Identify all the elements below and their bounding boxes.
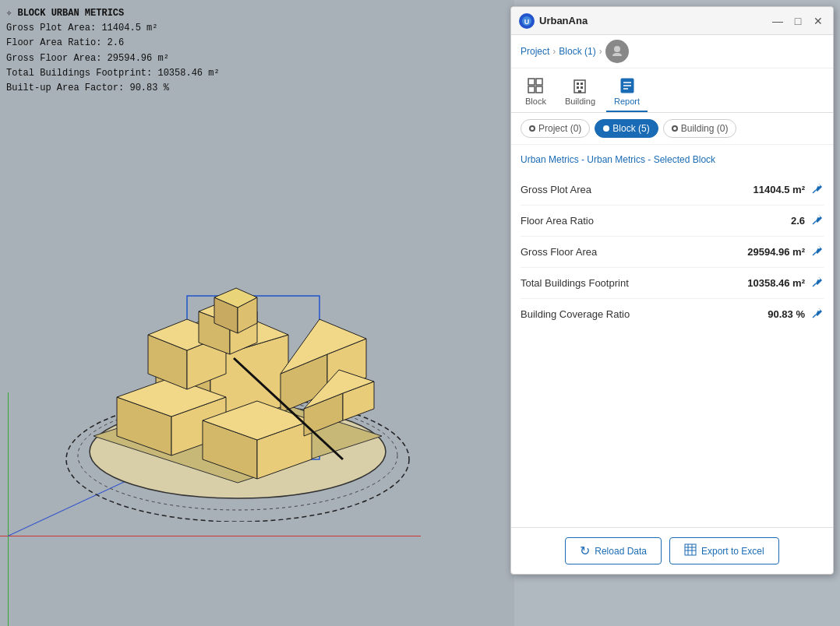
svg-rect-41 [581,86,583,89]
metric-label: Floor Area Ratio [521,215,594,227]
metric-row: Gross Floor Area29594.96 m² [521,237,824,268]
pin-icon[interactable] [811,244,824,259]
reload-data-button[interactable]: ↻ Reload Data [565,537,662,564]
svg-rect-36 [536,86,542,93]
user-avatar[interactable] [605,40,629,63]
metric-value: 11404.5 m² [754,184,806,195]
cad-title: ✧ BLOCK URBAN METRICS [6,6,220,21]
reload-label: Reload Data [595,546,647,557]
pin-icon[interactable] [811,276,824,290]
metric-right: 10358.46 m² [747,276,824,290]
metric-label: Total Buildings Footprint [521,277,629,289]
metric-row: Gross Plot Area11404.5 m² [521,174,824,206]
pin-icon[interactable] [811,307,824,322]
urban-metrics-panel: U UrbanAna — □ ✕ Project › Block (1) › B… [510,6,834,575]
radio-dot-project [529,125,535,132]
breadcrumb-project[interactable]: Project [521,46,549,57]
svg-point-47 [818,185,821,187]
reload-icon: ↻ [580,543,590,558]
metric-row: Building Coverage Ratio90.83 % [521,299,824,329]
tab-building[interactable]: Building [557,73,603,112]
breadcrumb-block[interactable]: Block (1) [559,46,595,57]
svg-rect-52 [685,544,696,555]
svg-point-32 [614,46,620,52]
axis-y-line [8,392,9,626]
tab-icons-row: Block Building Report [511,69,833,113]
building-tab-icon [570,76,589,95]
breadcrumb: Project › Block (1) › [511,35,833,69]
cad-metric-line: Gross Floor Area: 29594.96 m² [6,51,220,66]
svg-rect-34 [536,79,542,85]
report-tab-icon [618,76,637,95]
cad-metric-line: Gross Plot Area: 11404.5 m² [6,21,220,36]
export-excel-button[interactable]: Export to Excel [669,537,779,564]
radio-label-building: Building (0) [681,123,729,134]
cad-metrics-overlay: ✧ BLOCK URBAN METRICS Gross Plot Area: 1… [6,6,220,96]
metric-value: 10358.46 m² [747,277,805,289]
radio-tabs-row: Project (0) Block (5) Building (0) [511,113,833,145]
radio-tab-project[interactable]: Project (0) [521,119,590,138]
cad-metric-line: Floor Area Ratio: 2.6 [6,36,220,51]
svg-rect-42 [578,90,581,93]
svg-point-49 [818,247,821,249]
radio-label-project: Project (0) [538,123,581,134]
svg-rect-40 [577,86,579,89]
building-svg [47,218,429,522]
metric-value: 2.6 [791,215,805,227]
tab-building-label: Building [565,97,595,106]
axis-x-line [0,536,421,536]
panel-content: Urban Metrics - Urban Metrics - Selected… [511,145,833,527]
svg-point-51 [818,309,821,311]
metric-row: Floor Area Ratio2.6 [521,206,824,237]
metric-right: 2.6 [791,213,824,228]
tab-report-label: Report [614,97,640,106]
pin-icon[interactable] [811,213,824,228]
metrics-list: Gross Plot Area11404.5 m²Floor Area Rati… [521,174,824,329]
radio-dot-building [672,125,678,132]
maximize-button[interactable]: □ [791,14,805,28]
radio-tab-block[interactable]: Block (5) [595,119,658,138]
titlebar-left: U UrbanAna [519,13,588,29]
metric-right: 11404.5 m² [754,182,824,197]
panel-title: UrbanAna [539,15,588,26]
export-label: Export to Excel [701,546,764,557]
export-icon [684,543,697,558]
pin-icon[interactable] [811,182,824,197]
section-title: Urban Metrics - Urban Metrics - Selected… [521,154,824,165]
radio-tab-building[interactable]: Building (0) [663,119,737,138]
cad-metric-line: Total Buildings Footprint: 10358.46 m² [6,66,220,81]
panel-titlebar: U UrbanAna — □ ✕ [511,7,833,35]
radio-label-block: Block (5) [612,123,649,134]
svg-text:U: U [524,18,530,26]
cad-metric-line: Built-up Area Factor: 90.83 % [6,81,220,96]
svg-rect-38 [577,83,579,85]
app-logo: U [519,13,535,29]
metric-label: Gross Floor Area [521,246,597,258]
radio-dot-block [603,125,609,132]
titlebar-controls: — □ ✕ [771,14,825,28]
metric-value: 29594.96 m² [747,246,805,258]
svg-point-50 [818,278,821,280]
svg-point-48 [818,216,821,218]
breadcrumb-sep-1: › [552,46,556,57]
minimize-button[interactable]: — [771,14,785,28]
panel-footer: ↻ Reload Data Export to Excel [511,527,833,574]
metric-right: 90.83 % [768,307,824,322]
breadcrumb-sep-2: › [599,46,602,57]
svg-rect-33 [528,79,535,85]
tab-block[interactable]: Block [517,73,554,112]
building-3d-model [47,218,429,522]
tab-block-label: Block [525,97,546,106]
tab-report[interactable]: Report [606,73,648,112]
close-button[interactable]: ✕ [811,14,825,28]
metric-label: Building Coverage Ratio [521,308,630,320]
metric-row: Total Buildings Footprint10358.46 m² [521,268,824,299]
svg-rect-39 [581,83,583,85]
metric-right: 29594.96 m² [747,244,824,259]
metric-label: Gross Plot Area [521,184,591,195]
metric-value: 90.83 % [768,308,805,320]
block-tab-icon [526,76,545,95]
svg-rect-35 [528,86,535,93]
cad-viewport: ✧ BLOCK URBAN METRICS Gross Plot Area: 1… [0,0,514,626]
